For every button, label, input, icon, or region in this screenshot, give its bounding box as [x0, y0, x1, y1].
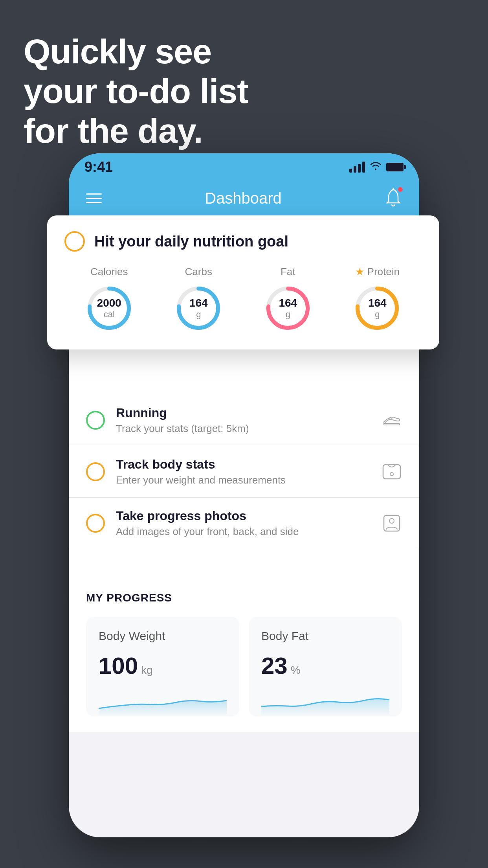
progress-title: MY PROGRESS [86, 592, 402, 604]
nav-title: Dashboard [205, 189, 282, 207]
body-fat-card[interactable]: Body Fat 23 % [249, 617, 402, 716]
stat-item-protein: ★ Protein 164 g [352, 266, 403, 334]
svg-point-4 [389, 519, 394, 523]
wifi-icon [370, 161, 382, 173]
todo-text: Running Track your stats (target: 5km) [116, 406, 371, 435]
body-fat-title: Body Fat [261, 629, 389, 643]
protein-ring: 164 g [352, 283, 403, 334]
signal-bars-icon [349, 162, 365, 173]
todo-circle [86, 411, 105, 430]
notification-dot [397, 186, 404, 193]
protein-value: 164 g [368, 297, 387, 320]
nav-bar: Dashboard [69, 181, 419, 215]
body-weight-unit: kg [141, 664, 153, 677]
body-fat-chart [261, 689, 389, 716]
person-icon [382, 513, 402, 533]
todo-desc: Track your stats (target: 5km) [116, 423, 371, 435]
todo-name: Track body stats [116, 457, 371, 472]
svg-point-2 [390, 473, 393, 476]
bell-icon[interactable] [385, 188, 402, 208]
todo-circle [86, 514, 105, 533]
todo-name: Take progress photos [116, 509, 371, 523]
body-weight-value-row: 100 kg [99, 652, 227, 679]
calories-value: 2000 cal [97, 297, 121, 320]
todo-text: Track body stats Enter your weight and m… [116, 457, 371, 486]
body-weight-chart [99, 689, 227, 716]
todo-circle [86, 462, 105, 481]
nutrition-title: Hit your daily nutrition goal [94, 233, 288, 250]
carbs-ring: 164 g [173, 283, 224, 334]
todo-text: Take progress photos Add images of your … [116, 509, 371, 538]
stat-item-calories: Calories 2000 cal [84, 266, 135, 334]
todo-item-body-stats[interactable]: Track body stats Enter your weight and m… [69, 446, 419, 498]
status-bar: 9:41 [69, 153, 419, 181]
stat-item-carbs: Carbs 164 g [173, 266, 224, 334]
todo-desc: Add images of your front, back, and side [116, 526, 371, 538]
body-weight-title: Body Weight [99, 629, 227, 643]
calories-label: Calories [90, 266, 128, 278]
stat-item-fat: Fat 164 g [262, 266, 314, 334]
todo-item-photos[interactable]: Take progress photos Add images of your … [69, 498, 419, 549]
progress-cards: Body Weight 100 kg [86, 617, 402, 716]
shoe-icon [382, 410, 402, 430]
nutrition-stats: Calories 2000 cal Carbs [64, 266, 422, 334]
nutrition-header: Hit your daily nutrition goal [64, 231, 422, 252]
todo-desc: Enter your weight and measurements [116, 474, 371, 486]
fat-ring: 164 g [262, 283, 314, 334]
carbs-value: 164 g [189, 297, 208, 320]
body-fat-unit: % [291, 664, 301, 677]
body-weight-value: 100 [99, 652, 138, 679]
fat-label: Fat [281, 266, 295, 278]
hero-text: Quickly see your to-do list for the day. [24, 31, 248, 151]
fat-value: 164 g [279, 297, 297, 320]
nutrition-card: Hit your daily nutrition goal Calories 2… [47, 215, 439, 349]
scale-icon [382, 462, 402, 482]
hamburger-menu[interactable] [86, 193, 102, 203]
protein-label: ★ Protein [355, 266, 400, 278]
body-fat-value: 23 [261, 652, 288, 679]
calories-ring: 2000 cal [84, 283, 135, 334]
hamburger-line [86, 202, 102, 203]
nutrition-check-circle[interactable] [64, 231, 85, 252]
status-time: 9:41 [84, 159, 113, 175]
progress-section: MY PROGRESS Body Weight 100 kg [69, 573, 419, 732]
todo-name: Running [116, 406, 371, 420]
battery-icon [386, 163, 404, 171]
status-icons [349, 161, 404, 173]
star-icon: ★ [355, 266, 364, 278]
body-fat-value-row: 23 % [261, 652, 389, 679]
body-weight-card[interactable]: Body Weight 100 kg [86, 617, 239, 716]
hamburger-line [86, 193, 102, 195]
todo-item-running[interactable]: Running Track your stats (target: 5km) [69, 395, 419, 446]
carbs-label: Carbs [185, 266, 212, 278]
hamburger-line [86, 198, 102, 199]
